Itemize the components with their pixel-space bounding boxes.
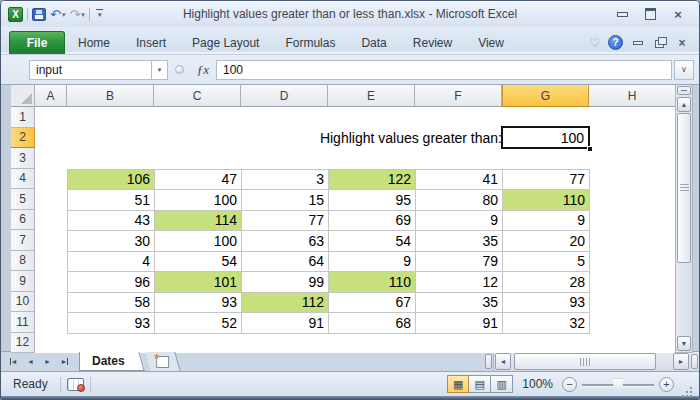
cell-G4[interactable]: 77 xyxy=(503,170,590,191)
scroll-up-icon[interactable]: ▲ xyxy=(677,97,691,112)
cell-E9[interactable]: 110 xyxy=(329,272,416,293)
cell-C8[interactable]: 54 xyxy=(155,252,242,273)
tab-review[interactable]: Review xyxy=(400,31,465,54)
cell-G8[interactable]: 5 xyxy=(503,252,590,273)
tab-data[interactable]: Data xyxy=(348,31,399,54)
expand-formula-bar-icon[interactable]: ∨ xyxy=(674,60,694,80)
cell-G9[interactable]: 28 xyxy=(503,272,590,293)
cell-D8[interactable]: 64 xyxy=(242,252,329,273)
scroll-left-icon[interactable]: ◄ xyxy=(495,353,511,370)
cell-D4[interactable]: 3 xyxy=(242,170,329,191)
cell-D7[interactable]: 63 xyxy=(242,231,329,252)
column-header-d[interactable]: D xyxy=(241,85,328,107)
zoom-slider-thumb[interactable] xyxy=(613,379,623,391)
help-button[interactable]: ? xyxy=(608,35,623,50)
tab-file[interactable]: File xyxy=(9,31,65,54)
first-sheet-button[interactable]: ◄ xyxy=(5,352,22,371)
column-header-f[interactable]: F xyxy=(415,85,502,107)
cell-C4[interactable]: 47 xyxy=(155,170,242,191)
row-header-11[interactable]: 11 xyxy=(11,312,35,333)
cell-E4[interactable]: 122 xyxy=(329,170,416,191)
last-sheet-button[interactable]: ► xyxy=(56,352,73,371)
cell-E7[interactable]: 54 xyxy=(329,231,416,252)
cell-C6[interactable]: 114 xyxy=(155,211,242,232)
vertical-scroll-thumb[interactable] xyxy=(677,113,691,263)
save-button[interactable] xyxy=(32,8,46,21)
cell-E11[interactable]: 68 xyxy=(329,313,416,334)
cell-G7[interactable]: 20 xyxy=(503,231,590,252)
cell-D9[interactable]: 99 xyxy=(242,272,329,293)
column-header-a[interactable]: A xyxy=(35,85,67,107)
zoom-out-button[interactable]: − xyxy=(562,377,577,392)
scroll-down-icon[interactable]: ▼ xyxy=(677,336,691,351)
page-break-view-button[interactable]: ▥ xyxy=(491,375,513,393)
cell-E8[interactable]: 9 xyxy=(329,252,416,273)
row-header-2[interactable]: 2 xyxy=(11,128,35,149)
cell-B6[interactable]: 43 xyxy=(68,211,155,232)
cell-B8[interactable]: 4 xyxy=(68,252,155,273)
resize-grip[interactable] xyxy=(681,378,693,390)
cell-B4[interactable]: 106 xyxy=(68,170,155,191)
row-header-6[interactable]: 6 xyxy=(11,210,35,231)
row-header-9[interactable]: 9 xyxy=(11,271,35,292)
row-header-3[interactable]: 3 xyxy=(11,148,35,169)
horizontal-scroll-thumb[interactable] xyxy=(514,353,656,370)
insert-function-icon[interactable]: ƒx xyxy=(190,60,216,80)
column-header-g[interactable]: G xyxy=(502,85,589,107)
tab-page-layout[interactable]: Page Layout xyxy=(179,31,272,54)
vertical-scrollbar[interactable]: ▲ ▼ xyxy=(675,85,693,353)
name-box-dropdown-icon[interactable]: ▾ xyxy=(151,60,168,80)
horizontal-scroll-track[interactable] xyxy=(512,353,672,370)
cell-E5[interactable]: 95 xyxy=(329,190,416,211)
horizontal-scrollbar[interactable]: ◄ ► xyxy=(493,352,699,371)
cell-D6[interactable]: 77 xyxy=(242,211,329,232)
undo-dropdown-icon[interactable]: ▾ xyxy=(62,8,66,21)
cell-D10[interactable]: 112 xyxy=(242,293,329,314)
cell-C11[interactable]: 52 xyxy=(155,313,242,334)
column-header-c[interactable]: C xyxy=(154,85,241,107)
row-header-10[interactable]: 10 xyxy=(11,292,35,313)
fill-handle[interactable] xyxy=(587,146,592,151)
scroll-right-icon[interactable]: ► xyxy=(673,353,689,370)
cell-B5[interactable]: 51 xyxy=(68,190,155,211)
horizontal-split-handle[interactable] xyxy=(691,354,698,369)
sheet-tab-dates[interactable]: Dates xyxy=(79,352,138,371)
cell-F10[interactable]: 35 xyxy=(416,293,503,314)
minimize-button[interactable] xyxy=(613,8,631,21)
cell-C10[interactable]: 93 xyxy=(155,293,242,314)
cell-D5[interactable]: 15 xyxy=(242,190,329,211)
column-header-h[interactable]: H xyxy=(589,85,676,107)
excel-logo-icon[interactable]: X xyxy=(8,7,23,22)
name-box-splitter[interactable] xyxy=(168,65,190,74)
workbook-close-button[interactable]: × xyxy=(675,37,689,48)
cell-D11[interactable]: 91 xyxy=(242,313,329,334)
cell-B11[interactable]: 93 xyxy=(68,313,155,334)
close-button[interactable]: × xyxy=(669,8,687,21)
cell-G6[interactable]: 9 xyxy=(503,211,590,232)
workbook-restore-button[interactable] xyxy=(653,37,667,48)
tab-formulas[interactable]: Formulas xyxy=(272,31,348,54)
row-header-8[interactable]: 8 xyxy=(11,251,35,272)
column-header-e[interactable]: E xyxy=(328,85,415,107)
cell-B7[interactable]: 30 xyxy=(68,231,155,252)
cell-C7[interactable]: 100 xyxy=(155,231,242,252)
cell-F4[interactable]: 41 xyxy=(416,170,503,191)
cell-F7[interactable]: 35 xyxy=(416,231,503,252)
cell-C9[interactable]: 101 xyxy=(155,272,242,293)
zoom-level[interactable]: 100% xyxy=(522,377,553,391)
insert-worksheet-button[interactable]: * xyxy=(145,352,180,371)
normal-view-button[interactable]: ▦ xyxy=(447,375,469,393)
cell-B10[interactable]: 58 xyxy=(68,293,155,314)
cell-F5[interactable]: 80 xyxy=(416,190,503,211)
minimize-ribbon-icon[interactable]: ♡ xyxy=(589,36,600,50)
row-header-12[interactable]: 12 xyxy=(11,333,35,354)
cells-area[interactable]: Highlight values greater than: 106473122… xyxy=(35,107,676,353)
redo-button[interactable]: ↷ ▾ xyxy=(69,8,84,21)
cell-G10[interactable]: 93 xyxy=(503,293,590,314)
tab-home[interactable]: Home xyxy=(65,31,123,54)
column-header-b[interactable]: B xyxy=(67,85,154,107)
row-header-4[interactable]: 4 xyxy=(11,169,35,190)
cell-E10[interactable]: 67 xyxy=(329,293,416,314)
restore-button[interactable] xyxy=(641,8,659,21)
cell-G5[interactable]: 110 xyxy=(503,190,590,211)
